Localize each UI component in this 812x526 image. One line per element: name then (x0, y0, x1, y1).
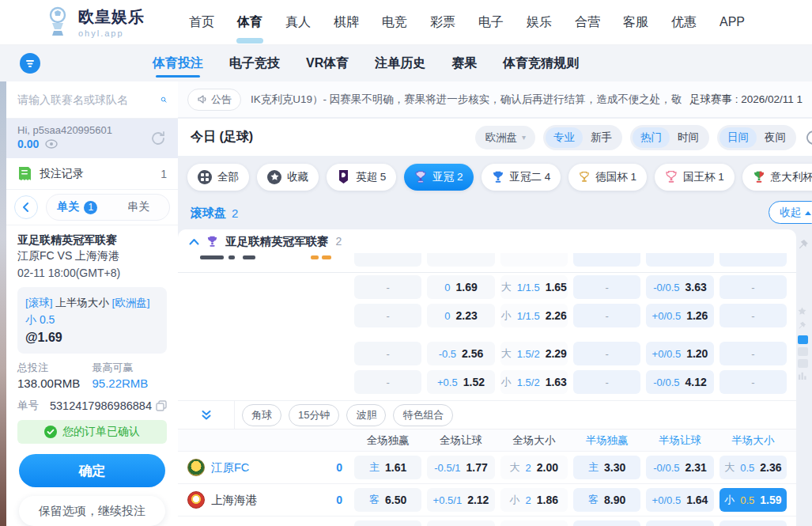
page-title: 今日 (足球) (191, 129, 475, 146)
sub-nav-esports[interactable]: 电子竞技 (229, 55, 280, 72)
refresh-icon[interactable] (804, 128, 812, 147)
sub-nav-rules[interactable]: 体育竞猜规则 (503, 55, 579, 72)
odds-cell[interactable]: +0.5/12.12 (427, 488, 494, 512)
ticket-selection-box: [滚球] 上半场大小 [欧洲盘] 小 0.5 @1.69 (17, 287, 167, 354)
home-team-name[interactable]: 江原FC (211, 460, 330, 475)
odds-cell[interactable]: 小1.5/21.63 (500, 370, 568, 394)
filter-icon[interactable] (20, 53, 40, 74)
league-tab-afc-two[interactable]: 亚冠二 4 (482, 164, 561, 191)
top-nav-item-esports[interactable]: 电竞 (382, 14, 407, 31)
star-small-icon[interactable] (798, 307, 806, 316)
tab-parlay-bet[interactable]: 串关 (108, 200, 170, 214)
odds-cell[interactable]: -0/0.52.31 (646, 456, 713, 479)
search-icon[interactable] (161, 93, 167, 107)
sub-nav-results[interactable]: 赛果 (451, 55, 477, 72)
extra-tab-15min[interactable]: 15分钟 (289, 404, 339, 426)
odds-cell[interactable]: +0.51.52 (427, 370, 494, 394)
brand-logo[interactable]: 欧皇娱乐 ohyl.app (44, 6, 145, 38)
toggle-time[interactable]: 时间 (670, 127, 707, 148)
odds-cell[interactable]: +0/0.51.26 (646, 304, 713, 327)
top-nav-item-live-casino[interactable]: 真人 (285, 14, 311, 31)
top-nav-item-lottery[interactable]: 彩票 (430, 14, 455, 31)
odds-cell[interactable]: 主3.30 (573, 456, 640, 479)
col-halftime-ou: 半场大小 (719, 433, 787, 448)
odds-cell-empty: - (354, 342, 421, 365)
top-nav: 首页 体育 真人 棋牌 电竞 彩票 电子 娱乐 合营 客服 优惠 APP (189, 14, 745, 31)
odds-cell[interactable]: 大1.5/22.29 (500, 342, 568, 365)
odds-cell[interactable]: +0/0.51.20 (646, 342, 713, 365)
total-stake-label: 总投注 (17, 361, 93, 375)
odds-cell[interactable]: 01.69 (427, 275, 494, 299)
odds-cell[interactable]: 大0.52.36 (719, 456, 787, 479)
odds-cell[interactable]: -0/0.53.63 (646, 275, 713, 299)
odds-cell[interactable]: 客6.50 (354, 488, 421, 512)
away-team-name[interactable]: 上海海港 (211, 493, 330, 508)
collapse-button[interactable]: 收起 (769, 201, 812, 224)
league-tab-italy-cup[interactable]: 意大利杯 1 (742, 164, 812, 191)
odds-cell-empty: - (354, 275, 421, 299)
extra-tab-specials[interactable]: 特色组合 (393, 404, 453, 426)
odds-cell-empty: - (573, 275, 640, 299)
odds-cell[interactable]: -0.52.56 (427, 342, 494, 365)
league-tab-epl[interactable]: 英超 5 (327, 164, 396, 191)
odds-cell[interactable]: 大22.00 (500, 456, 568, 479)
chevron-up-small-icon (804, 210, 812, 216)
bet-records-row[interactable]: 投注记录 1 (6, 158, 178, 190)
odds-cell[interactable]: 02.23 (427, 304, 494, 327)
announcement-badge[interactable]: 公告 (187, 89, 241, 111)
refresh-balance-icon[interactable] (149, 130, 167, 147)
league-tab-favorites[interactable]: 收藏 (257, 164, 319, 191)
odds-cell[interactable]: 主1.61 (354, 456, 421, 479)
sub-nav-vr-sports[interactable]: VR体育 (306, 55, 349, 72)
sub-nav-bet-history[interactable]: 注单历史 (375, 55, 425, 72)
league-panel-header[interactable]: 亚足联精英冠军联赛 2 (178, 229, 796, 253)
pin-icon[interactable] (798, 239, 809, 250)
extra-tab-correct-score[interactable]: 波胆 (346, 404, 386, 426)
tab-single-bet[interactable]: 单关 1 (47, 200, 108, 214)
top-nav-item-support[interactable]: 客服 (623, 14, 648, 31)
expand-markets-button[interactable] (178, 401, 235, 429)
brand-domain: ohyl.app (78, 28, 145, 38)
toggle-night[interactable]: 夜间 (757, 127, 794, 148)
toggle-day[interactable]: 日间 (719, 127, 757, 148)
toggle-hot[interactable]: 热门 (633, 127, 670, 148)
odds-cell[interactable]: 大1/1.51.65 (500, 275, 568, 299)
top-nav-item-slots[interactable]: 电子 (478, 14, 504, 31)
odds-cell[interactable]: 小1/1.52.26 (500, 304, 568, 327)
top-nav-item-home[interactable]: 首页 (189, 14, 214, 31)
back-button[interactable] (14, 195, 38, 219)
copy-icon[interactable] (156, 400, 167, 411)
odds-cell[interactable]: -0/0.54.12 (646, 370, 713, 394)
sub-nav-sports-betting[interactable]: 体育投注 (153, 55, 203, 72)
pin-small-icon[interactable] (798, 321, 806, 330)
league-tab-afc-champions[interactable]: 亚冠 2 (404, 164, 473, 191)
league-tab-kings-cup[interactable]: 国王杯 1 (655, 164, 735, 191)
toggle-novice[interactable]: 新手 (583, 127, 620, 148)
top-nav-item-sports[interactable]: 体育 (237, 14, 262, 31)
odds-cell[interactable]: 客8.90 (573, 488, 640, 512)
odds-cell[interactable]: 小21.86 (500, 488, 568, 512)
extra-tab-corners[interactable]: 角球 (242, 404, 281, 426)
stats-bars-icon[interactable] (798, 371, 806, 380)
odds-type-select[interactable]: 欧洲盘 ▾ (475, 126, 535, 149)
top-nav-item-promos[interactable]: 优惠 (671, 14, 697, 31)
confirm-button[interactable]: 确定 (19, 454, 165, 487)
eye-icon[interactable] (45, 139, 58, 149)
clipped-match-row (178, 253, 796, 273)
keep-selections-button[interactable]: 保留选项，继续投注 (19, 496, 165, 526)
trophy-logo-icon (44, 6, 71, 38)
league-tab-german-cup[interactable]: 德国杯 1 (568, 164, 647, 191)
top-nav-item-affiliate[interactable]: 合营 (575, 14, 600, 31)
search-input[interactable] (17, 93, 161, 106)
odds-cell[interactable]: +0/0.51.64 (646, 488, 713, 512)
league-tab-all[interactable]: 全部 (187, 164, 249, 191)
match-row-home: 江原FC 0 主1.61 -0.5/11.77 大22.00 主3.30 -0/… (178, 451, 796, 483)
odds-cell-selected[interactable]: 小0.51.59 (719, 488, 787, 512)
top-nav-item-cards[interactable]: 棋牌 (334, 14, 359, 31)
top-nav-item-entertainment[interactable]: 娱乐 (527, 14, 552, 31)
odds-cell[interactable]: -0.5/11.77 (427, 456, 494, 479)
toggle-pro[interactable]: 专业 (546, 127, 583, 148)
chevron-up-icon[interactable] (189, 238, 199, 245)
col-halftime-handicap: 半场让球 (646, 433, 713, 448)
top-nav-item-app[interactable]: APP (719, 15, 745, 29)
